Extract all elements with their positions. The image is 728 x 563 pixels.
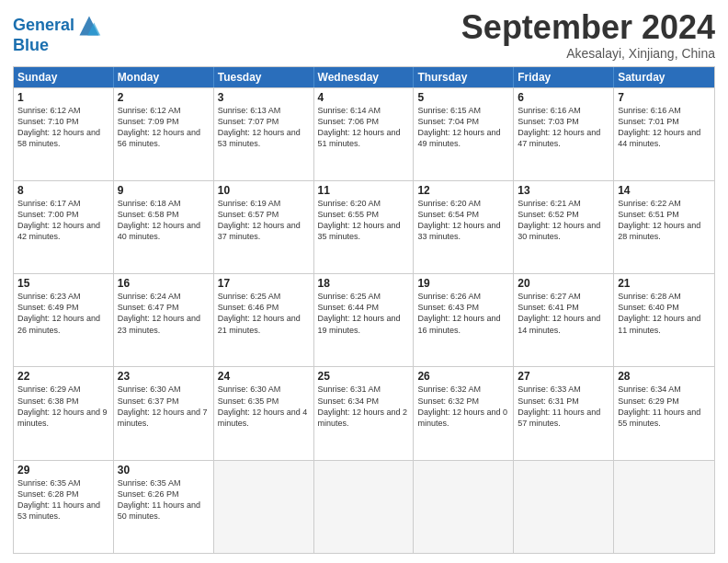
header: General Blue September 2024 Akesalayi, X…: [13, 9, 715, 61]
cell-info: Sunrise: 6:31 AMSunset: 6:34 PMDaylight:…: [318, 385, 408, 427]
day-number: 2: [118, 91, 210, 104]
day-number: 4: [318, 91, 410, 104]
cal-cell-3-4: 26Sunrise: 6:32 AMSunset: 6:32 PMDayligh…: [414, 367, 514, 459]
cal-cell-0-1: 2Sunrise: 6:12 AMSunset: 7:09 PMDaylight…: [114, 88, 214, 180]
cal-cell-0-3: 4Sunrise: 6:14 AMSunset: 7:06 PMDaylight…: [314, 88, 415, 180]
header-wednesday: Wednesday: [314, 67, 415, 87]
cell-info: Sunrise: 6:21 AMSunset: 6:52 PMDaylight:…: [518, 199, 600, 241]
cal-cell-1-0: 8Sunrise: 6:17 AMSunset: 7:00 PMDaylight…: [14, 181, 114, 273]
day-number: 29: [17, 464, 109, 477]
header-monday: Monday: [114, 67, 214, 87]
day-number: 28: [618, 370, 711, 383]
day-number: 18: [318, 277, 410, 290]
day-number: 25: [318, 370, 410, 383]
cal-cell-0-6: 7Sunrise: 6:16 AMSunset: 7:01 PMDaylight…: [614, 88, 714, 180]
cal-cell-3-5: 27Sunrise: 6:33 AMSunset: 6:31 PMDayligh…: [514, 367, 614, 459]
cell-info: Sunrise: 6:25 AMSunset: 6:44 PMDaylight:…: [318, 292, 401, 334]
cal-cell-4-3: [314, 461, 415, 553]
day-number: 14: [618, 184, 711, 197]
cal-cell-0-0: 1Sunrise: 6:12 AMSunset: 7:10 PMDaylight…: [14, 88, 114, 180]
cell-info: Sunrise: 6:24 AMSunset: 6:47 PMDaylight:…: [118, 292, 200, 334]
cell-info: Sunrise: 6:20 AMSunset: 6:55 PMDaylight:…: [318, 199, 401, 241]
cell-info: Sunrise: 6:35 AMSunset: 6:28 PMDaylight:…: [17, 478, 100, 521]
calendar-body: 1Sunrise: 6:12 AMSunset: 7:10 PMDaylight…: [14, 87, 714, 553]
week-row-2: 15Sunrise: 6:23 AMSunset: 6:49 PMDayligh…: [14, 273, 714, 366]
day-number: 15: [17, 277, 109, 290]
cal-cell-3-6: 28Sunrise: 6:34 AMSunset: 6:29 PMDayligh…: [614, 367, 714, 459]
cal-cell-2-6: 21Sunrise: 6:28 AMSunset: 6:40 PMDayligh…: [614, 274, 714, 366]
cal-cell-0-2: 3Sunrise: 6:13 AMSunset: 7:07 PMDaylight…: [214, 88, 314, 180]
cal-cell-4-6: [614, 461, 714, 553]
cell-info: Sunrise: 6:19 AMSunset: 6:57 PMDaylight:…: [218, 199, 301, 241]
day-number: 20: [518, 277, 609, 290]
cell-info: Sunrise: 6:20 AMSunset: 6:54 PMDaylight:…: [417, 199, 500, 241]
cal-cell-4-5: [514, 461, 614, 553]
day-number: 16: [118, 277, 210, 290]
cell-info: Sunrise: 6:33 AMSunset: 6:31 PMDaylight:…: [518, 385, 600, 427]
day-number: 6: [518, 91, 609, 104]
cal-cell-4-0: 29Sunrise: 6:35 AMSunset: 6:28 PMDayligh…: [14, 461, 114, 553]
logo-text2: Blue: [13, 37, 102, 55]
cell-info: Sunrise: 6:32 AMSunset: 6:32 PMDaylight:…: [417, 385, 507, 427]
page: General Blue September 2024 Akesalayi, X…: [0, 0, 728, 563]
cal-cell-1-6: 14Sunrise: 6:22 AMSunset: 6:51 PMDayligh…: [614, 181, 714, 273]
cell-info: Sunrise: 6:29 AMSunset: 6:38 PMDaylight:…: [17, 385, 108, 427]
cell-info: Sunrise: 6:12 AMSunset: 7:10 PMDaylight:…: [17, 106, 100, 148]
cell-info: Sunrise: 6:30 AMSunset: 6:35 PMDaylight:…: [218, 385, 308, 427]
month-title: September 2024: [461, 9, 715, 46]
day-number: 19: [417, 277, 509, 290]
cal-cell-3-2: 24Sunrise: 6:30 AMSunset: 6:35 PMDayligh…: [214, 367, 314, 459]
cell-info: Sunrise: 6:22 AMSunset: 6:51 PMDaylight:…: [618, 199, 700, 241]
calendar: Sunday Monday Tuesday Wednesday Thursday…: [13, 66, 715, 554]
week-row-4: 29Sunrise: 6:35 AMSunset: 6:28 PMDayligh…: [14, 460, 714, 553]
week-row-0: 1Sunrise: 6:12 AMSunset: 7:10 PMDaylight…: [14, 87, 714, 180]
location-subtitle: Akesalayi, Xinjiang, China: [461, 46, 715, 61]
week-row-3: 22Sunrise: 6:29 AMSunset: 6:38 PMDayligh…: [14, 366, 714, 459]
day-number: 7: [618, 91, 711, 104]
header-tuesday: Tuesday: [214, 67, 314, 87]
cell-info: Sunrise: 6:27 AMSunset: 6:41 PMDaylight:…: [518, 292, 600, 334]
title-block: September 2024 Akesalayi, Xinjiang, Chin…: [461, 9, 715, 61]
day-number: 21: [618, 277, 711, 290]
day-number: 10: [218, 184, 310, 197]
cell-info: Sunrise: 6:15 AMSunset: 7:04 PMDaylight:…: [417, 106, 500, 148]
cell-info: Sunrise: 6:12 AMSunset: 7:09 PMDaylight:…: [118, 106, 200, 148]
day-number: 5: [417, 91, 509, 104]
cal-cell-3-1: 23Sunrise: 6:30 AMSunset: 6:37 PMDayligh…: [114, 367, 214, 459]
cal-cell-2-4: 19Sunrise: 6:26 AMSunset: 6:43 PMDayligh…: [414, 274, 514, 366]
header-friday: Friday: [514, 67, 614, 87]
cal-cell-2-2: 17Sunrise: 6:25 AMSunset: 6:46 PMDayligh…: [214, 274, 314, 366]
cal-cell-2-3: 18Sunrise: 6:25 AMSunset: 6:44 PMDayligh…: [314, 274, 415, 366]
header-thursday: Thursday: [414, 67, 514, 87]
cal-cell-0-4: 5Sunrise: 6:15 AMSunset: 7:04 PMDaylight…: [414, 88, 514, 180]
cell-info: Sunrise: 6:34 AMSunset: 6:29 PMDaylight:…: [618, 385, 700, 427]
cell-info: Sunrise: 6:14 AMSunset: 7:06 PMDaylight:…: [318, 106, 401, 148]
cell-info: Sunrise: 6:25 AMSunset: 6:46 PMDaylight:…: [218, 292, 301, 334]
cal-cell-1-5: 13Sunrise: 6:21 AMSunset: 6:52 PMDayligh…: [514, 181, 614, 273]
header-saturday: Saturday: [614, 67, 714, 87]
day-number: 9: [118, 184, 210, 197]
cell-info: Sunrise: 6:16 AMSunset: 7:03 PMDaylight:…: [518, 106, 600, 148]
day-number: 26: [417, 370, 509, 383]
cal-cell-4-2: [214, 461, 314, 553]
cal-cell-0-5: 6Sunrise: 6:16 AMSunset: 7:03 PMDaylight…: [514, 88, 614, 180]
cell-info: Sunrise: 6:17 AMSunset: 7:00 PMDaylight:…: [17, 199, 100, 241]
day-number: 11: [318, 184, 410, 197]
logo: General Blue: [13, 13, 102, 55]
cal-cell-3-0: 22Sunrise: 6:29 AMSunset: 6:38 PMDayligh…: [14, 367, 114, 459]
cal-cell-1-4: 12Sunrise: 6:20 AMSunset: 6:54 PMDayligh…: [414, 181, 514, 273]
cal-cell-1-1: 9Sunrise: 6:18 AMSunset: 6:58 PMDaylight…: [114, 181, 214, 273]
header-sunday: Sunday: [14, 67, 114, 87]
cal-cell-4-4: [414, 461, 514, 553]
day-number: 12: [417, 184, 509, 197]
cell-info: Sunrise: 6:16 AMSunset: 7:01 PMDaylight:…: [618, 106, 700, 148]
day-number: 13: [518, 184, 609, 197]
cal-cell-2-5: 20Sunrise: 6:27 AMSunset: 6:41 PMDayligh…: [514, 274, 614, 366]
cal-cell-4-1: 30Sunrise: 6:35 AMSunset: 6:26 PMDayligh…: [114, 461, 214, 553]
day-number: 30: [118, 464, 210, 477]
calendar-header: Sunday Monday Tuesday Wednesday Thursday…: [14, 67, 714, 87]
cell-info: Sunrise: 6:28 AMSunset: 6:40 PMDaylight:…: [618, 292, 700, 334]
day-number: 3: [218, 91, 310, 104]
cal-cell-2-1: 16Sunrise: 6:24 AMSunset: 6:47 PMDayligh…: [114, 274, 214, 366]
logo-icon: [76, 13, 102, 39]
